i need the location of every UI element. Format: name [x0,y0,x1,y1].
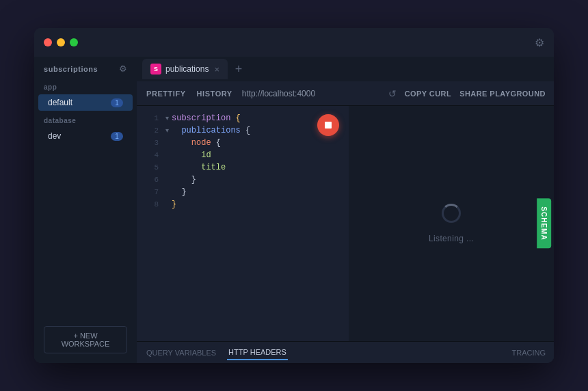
url-input[interactable] [242,89,384,98]
code-line-3: 3 ▾ node { [137,137,349,150]
code-editor[interactable]: 1 ▾ subscription { 2 ▾ publications { [137,106,349,341]
code-line-4: 4 ▾ id [137,150,349,162]
tab-name: publications [165,64,209,74]
response-panel: Listening ... SCHEMA [349,106,554,341]
stop-icon [325,122,332,129]
add-tab-button[interactable]: + [230,61,247,77]
code-line-7: 7 ▾ } [137,187,349,199]
history-button[interactable]: HISTORY [196,87,234,100]
tab-icon: S [150,64,161,75]
sidebar-item-name-default: default [48,98,72,107]
sidebar: subscriptions ⚙ app default 1 database d… [34,57,137,363]
close-dot[interactable] [44,38,52,46]
window-controls [44,38,78,46]
tab-close-icon[interactable]: × [214,65,219,74]
editor-area: 1 ▾ subscription { 2 ▾ publications { [137,106,554,341]
new-workspace-button[interactable]: + NEW WORKSPACE [44,326,127,353]
sidebar-title: subscriptions [44,65,98,73]
share-playground-button[interactable]: SHARE PLAYGROUND [459,90,546,98]
toolbar: PRETTIFY HISTORY ↺ COPY CURL SHARE PLAYG… [137,81,554,106]
app-window: ⚙ subscriptions ⚙ app default 1 database… [34,28,554,363]
sidebar-badge-dev: 1 [111,132,123,141]
sidebar-badge-default: 1 [111,98,123,107]
query-variables-button[interactable]: QUERY VARIABLES [145,346,217,360]
sidebar-item-name-dev: dev [48,131,61,141]
sidebar-footer: + NEW WORKSPACE [34,316,137,363]
main-layout: subscriptions ⚙ app default 1 database d… [34,57,554,363]
minimize-dot[interactable] [57,38,65,46]
prettify-button[interactable]: PRETTIFY [145,87,187,100]
settings-icon[interactable]: ⚙ [535,36,544,49]
copy-curl-button[interactable]: COPY CURL [405,90,452,98]
listening-label: Listening ... [429,234,474,243]
code-line-5: 5 ▾ title [137,162,349,174]
titlebar: ⚙ [34,28,554,57]
sidebar-section-app: app [34,78,137,94]
sidebar-section-database: database [34,111,137,127]
tabbar: S publications × + [137,57,554,81]
stop-button[interactable] [317,114,339,136]
refresh-icon[interactable]: ↺ [388,88,397,99]
content-area: S publications × + PRETTIFY HISTORY ↺ CO… [137,57,554,363]
loading-spinner [442,204,461,223]
schema-tab-button[interactable]: SCHEMA [537,198,551,248]
maximize-dot[interactable] [70,38,78,46]
sidebar-settings-icon[interactable]: ⚙ [119,64,127,74]
http-headers-button[interactable]: HTTP HEADERS [227,345,288,360]
sidebar-item-default[interactable]: default 1 [38,94,133,111]
url-bar: ↺ [242,88,397,99]
tracing-button[interactable]: TRACING [512,349,546,357]
code-line-6: 6 ▾ } [137,174,349,187]
sidebar-item-dev[interactable]: dev 1 [38,128,133,144]
bottombar: QUERY VARIABLES HTTP HEADERS TRACING [137,341,554,363]
tab-publications[interactable]: S publications × [142,59,228,79]
code-line-8: 8 ▾ } [137,199,349,211]
sidebar-header: subscriptions ⚙ [34,57,137,78]
